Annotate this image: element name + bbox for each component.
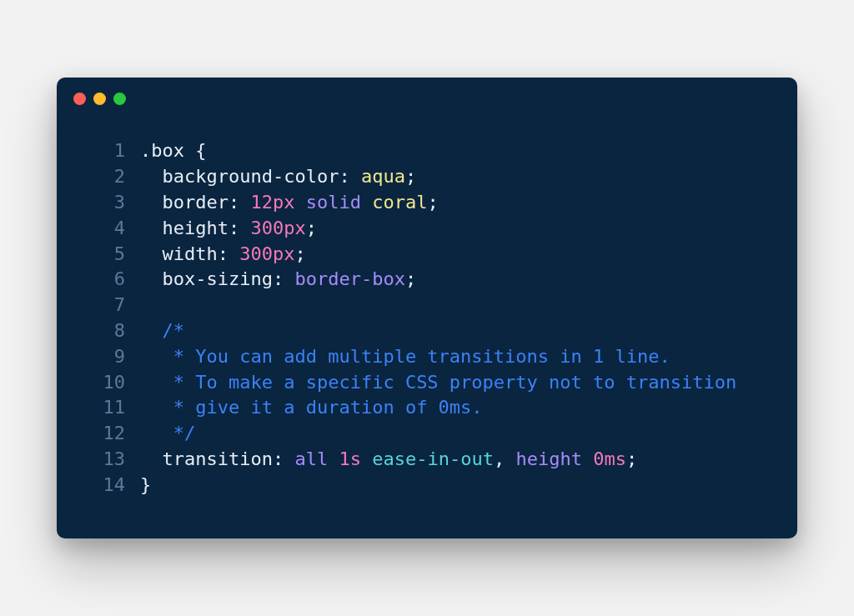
code-line: 8 /* (90, 318, 764, 344)
code-token: px (284, 218, 306, 238)
code-content: border: 12px solid coral; (140, 190, 439, 216)
line-number: 11 (90, 395, 125, 421)
code-token: height (163, 218, 229, 238)
line-number: 7 (90, 293, 125, 318)
line-number: 1 (90, 138, 125, 164)
code-token: px (273, 192, 295, 213)
code-token (140, 166, 163, 187)
code-content: transition: all 1s ease-in-out, height 0… (140, 447, 637, 473)
code-token: } (140, 474, 151, 495)
code-token: px (273, 243, 295, 264)
code-window: 1.box {2 background-color: aqua;3 border… (57, 78, 797, 538)
window-titlebar (57, 78, 797, 105)
code-token: : (218, 243, 240, 264)
code-token: ; (626, 448, 637, 469)
code-token (328, 448, 339, 469)
code-content: width: 300px; (140, 242, 306, 268)
code-content: } (140, 473, 151, 498)
code-token: s (350, 448, 361, 469)
code-content: * You can add multiple transitions in 1 … (140, 344, 671, 370)
code-token (140, 268, 163, 289)
minimize-icon[interactable] (93, 93, 106, 105)
code-line: 9 * You can add multiple transitions in … (90, 344, 764, 370)
code-token: .box (140, 140, 184, 161)
code-token: 300 (239, 243, 273, 264)
code-token: border (163, 192, 229, 213)
code-token: ; (294, 243, 305, 264)
code-token: solid (306, 192, 361, 213)
code-token: transition (163, 448, 273, 469)
line-number: 13 (90, 447, 125, 473)
line-number: 6 (90, 267, 125, 293)
code-line: 1.box { (90, 138, 764, 164)
code-token (140, 320, 163, 341)
code-token (361, 448, 372, 469)
code-token (140, 448, 163, 469)
code-token (140, 218, 163, 238)
code-token: { (184, 140, 207, 161)
line-number: 10 (90, 370, 125, 396)
code-editor[interactable]: 1.box {2 background-color: aqua;3 border… (57, 105, 797, 538)
code-token: all (294, 448, 328, 469)
code-content: */ (140, 421, 195, 447)
code-content: * give it a duration of 0ms. (140, 395, 483, 421)
line-number: 14 (90, 473, 125, 498)
code-token: box-sizing (163, 268, 273, 289)
code-token: /* (163, 320, 185, 341)
line-number: 9 (90, 344, 125, 370)
code-token: , (494, 448, 516, 469)
maximize-icon[interactable] (113, 93, 126, 105)
code-token: 12 (250, 192, 273, 213)
code-token: ms (604, 448, 626, 469)
code-line: 4 height: 300px; (90, 216, 764, 242)
code-token: */ (140, 423, 195, 443)
line-number: 5 (90, 242, 125, 268)
code-content: box-sizing: border-box; (140, 267, 416, 293)
line-number: 2 (90, 164, 125, 190)
line-number: 3 (90, 190, 125, 216)
code-token (582, 448, 593, 469)
code-line: 3 border: 12px solid coral; (90, 190, 764, 216)
line-number: 4 (90, 216, 125, 242)
code-token: : (339, 166, 361, 187)
code-line: 2 background-color: aqua; (90, 164, 764, 190)
code-token: ; (405, 268, 416, 289)
code-content: height: 300px; (140, 216, 317, 242)
code-content: .box { (140, 138, 206, 164)
code-token: 300 (250, 218, 284, 238)
code-token: ; (306, 218, 317, 238)
code-token: 0 (593, 448, 604, 469)
code-line: 14} (90, 473, 764, 498)
code-token: background-color (163, 166, 339, 187)
code-token (140, 192, 163, 213)
code-content: /* (140, 318, 184, 344)
code-token: height (515, 448, 581, 469)
code-line: 12 */ (90, 421, 764, 447)
code-token: : (229, 218, 251, 238)
code-token: : (273, 448, 295, 469)
line-number: 12 (90, 421, 125, 447)
code-content: * To make a specific CSS property not to… (140, 370, 736, 396)
code-line: 11 * give it a duration of 0ms. (90, 395, 764, 421)
code-token: border-box (294, 268, 404, 289)
code-token: * To make a specific CSS property not to… (140, 372, 736, 393)
code-line: 13 transition: all 1s ease-in-out, heigh… (90, 447, 764, 473)
code-content: background-color: aqua; (140, 164, 416, 190)
code-token: * give it a duration of 0ms. (140, 397, 483, 418)
code-line: 10 * To make a specific CSS property not… (90, 370, 764, 396)
code-token: 1 (339, 448, 349, 469)
code-token: : (229, 192, 251, 213)
code-token: ease-in-out (372, 448, 494, 469)
code-token: coral (372, 192, 427, 213)
code-line: 5 width: 300px; (90, 242, 764, 268)
line-number: 8 (90, 318, 125, 344)
code-token: aqua (361, 166, 405, 187)
code-token (140, 243, 163, 264)
code-token: : (273, 268, 295, 289)
code-token: * You can add multiple transitions in 1 … (140, 346, 671, 367)
code-line: 7 (90, 293, 764, 318)
close-icon[interactable] (73, 93, 86, 105)
code-token: ; (405, 166, 416, 187)
code-line: 6 box-sizing: border-box; (90, 267, 764, 293)
code-token: width (163, 243, 218, 264)
